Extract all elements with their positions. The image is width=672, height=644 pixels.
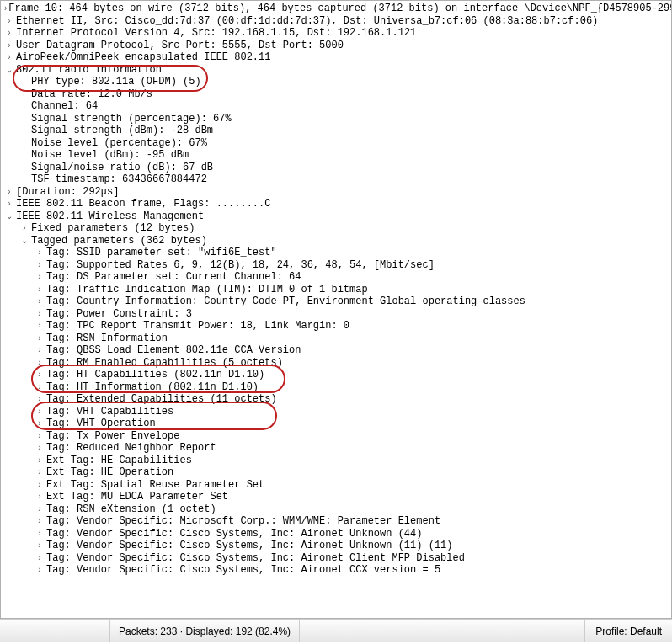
tree-row-label: Tag: HT Information (802.11n D1.10): [46, 381, 259, 394]
tree-row[interactable]: ›Tag: Reduced Neighbor Report: [1, 442, 671, 455]
expand-icon[interactable]: ›: [35, 320, 45, 333]
tree-row-label: Tag: Vendor Specific: Cisco Systems, Inc…: [46, 540, 452, 552]
expand-icon[interactable]: ›: [35, 552, 45, 565]
status-profile[interactable]: Profile: Default: [585, 625, 672, 637]
tree-row: PHY type: 802.11a (OFDM) (5): [1, 76, 671, 88]
tree-row-label: Tag: Extended Capabilities (11 octets): [46, 393, 277, 406]
expand-icon[interactable]: ›: [4, 198, 14, 210]
tree-row[interactable]: ›Tag: RSN eXtension (1 octet): [1, 503, 671, 516]
expand-icon[interactable]: ›: [4, 186, 14, 199]
tree-row[interactable]: ›Tag: Country Information: Country Code …: [1, 295, 671, 308]
expand-icon[interactable]: ›: [35, 564, 45, 577]
expand-icon[interactable]: ›: [35, 466, 45, 479]
expand-icon[interactable]: ›: [19, 222, 29, 235]
tree-row[interactable]: ›Internet Protocol Version 4, Src: 192.1…: [1, 27, 671, 40]
tree-row[interactable]: ⌄802.11 radio information: [1, 64, 671, 77]
expand-icon[interactable]: ›: [35, 308, 45, 321]
tree-row[interactable]: ›Tag: RM Enabled Capabilities (5 octets): [1, 357, 671, 370]
expand-icon[interactable]: ›: [35, 333, 45, 345]
tree-row: Signal/noise ratio (dB): 67 dB: [1, 162, 671, 174]
expand-icon[interactable]: ›: [35, 357, 45, 370]
tree-row[interactable]: ›Tag: Traffic Indication Map (TIM): DTIM…: [1, 284, 671, 296]
expand-icon[interactable]: ›: [35, 455, 45, 467]
tree-row: TSF timestamp: 63436667884472: [1, 173, 671, 186]
tree-row[interactable]: ›Tag: HT Information (802.11n D1.10): [1, 381, 671, 394]
tree-row[interactable]: ⌄IEEE 802.11 Wireless Management: [1, 210, 671, 223]
tree-row-label: Tag: Vendor Specific: Microsoft Corp.: W…: [46, 515, 440, 528]
collapse-icon[interactable]: ⌄: [4, 64, 14, 77]
tree-row[interactable]: ›Tag: VHT Capabilities: [1, 406, 671, 418]
tree-row[interactable]: ›Tag: Tx Power Envelope: [1, 430, 671, 443]
tree-row-label: User Datagram Protocol, Src Port: 5555, …: [16, 40, 344, 52]
tree-row[interactable]: ›Tag: Vendor Specific: Cisco Systems, In…: [1, 528, 671, 540]
tree-row[interactable]: ›Ext Tag: HE Operation: [1, 466, 671, 479]
packet-details-pane[interactable]: ›Frame 10: 464 bytes on wire (3712 bits)…: [0, 0, 672, 619]
expand-icon[interactable]: ›: [35, 528, 45, 540]
tree-row[interactable]: ›Ethernet II, Src: Cisco_dd:7d:37 (00:df…: [1, 15, 671, 28]
tree-row[interactable]: ›Frame 10: 464 bytes on wire (3712 bits)…: [1, 3, 671, 15]
tree-row-label: Frame 10: 464 bytes on wire (3712 bits),…: [8, 3, 672, 15]
expand-icon[interactable]: ›: [35, 393, 45, 406]
tree-row-label: Fixed parameters (12 bytes): [31, 222, 195, 235]
tree-row[interactable]: ›Tag: Power Constraint: 3: [1, 308, 671, 321]
tree-row[interactable]: ›Tag: QBSS Load Element 802.11e CCA Vers…: [1, 344, 671, 357]
tree-row[interactable]: ›Tag: VHT Operation: [1, 418, 671, 430]
tree-row[interactable]: ›Tag: Extended Capabilities (11 octets): [1, 393, 671, 406]
expand-icon[interactable]: ›: [35, 491, 45, 503]
tree-row[interactable]: ›IEEE 802.11 Beacon frame, Flags: ......…: [1, 198, 671, 210]
expand-icon[interactable]: ›: [35, 515, 45, 528]
tree-row[interactable]: ›[Duration: 292μs]: [1, 186, 671, 199]
tree-row-label: 802.11 radio information: [16, 64, 162, 77]
expand-icon[interactable]: ›: [35, 503, 45, 516]
tree-row[interactable]: ›Tag: RSN Information: [1, 333, 671, 345]
tree-row-label: Tag: Vendor Specific: Cisco Systems, Inc…: [46, 552, 465, 565]
tree-row[interactable]: ›Ext Tag: HE Capabilities: [1, 455, 671, 467]
tree-row[interactable]: ›Tag: SSID parameter set: "wifi6E_test": [1, 247, 671, 259]
tree-row-label: Tag: TPC Report Transmit Power: 18, Link…: [46, 320, 349, 333]
tree-row[interactable]: ›Tag: HT Capabilities (802.11n D1.10): [1, 369, 671, 381]
tree-row-label: Tag: HT Capabilities (802.11n D1.10): [46, 369, 264, 381]
expand-icon[interactable]: ›: [35, 259, 45, 272]
expand-icon[interactable]: ›: [35, 271, 45, 284]
collapse-icon[interactable]: ⌄: [4, 210, 14, 223]
expand-icon[interactable]: ›: [35, 284, 45, 296]
tree-row-label: Channel: 64: [31, 100, 98, 113]
expand-icon[interactable]: ›: [35, 479, 45, 492]
tree-row[interactable]: ›Tag: Vendor Specific: Cisco Systems, In…: [1, 564, 671, 577]
tree-row[interactable]: ›Fixed parameters (12 bytes): [1, 222, 671, 235]
tree-row-label: Noise level (dBm): -95 dBm: [31, 149, 189, 162]
expand-icon[interactable]: ›: [4, 15, 14, 28]
expand-icon[interactable]: ›: [35, 540, 45, 552]
expand-icon[interactable]: ›: [35, 418, 45, 430]
tree-row[interactable]: ›AiroPeek/OmniPeek encapsulated IEEE 802…: [1, 51, 671, 64]
expand-icon[interactable]: ›: [35, 381, 45, 394]
tree-row-label: Noise level (percentage): 67%: [31, 137, 207, 150]
expand-icon[interactable]: ›: [35, 295, 45, 308]
expand-icon[interactable]: ›: [4, 27, 14, 40]
tree-row-label: Tag: Vendor Specific: Cisco Systems, Inc…: [46, 564, 440, 577]
expand-icon[interactable]: ›: [4, 3, 7, 15]
tree-row[interactable]: ›User Datagram Protocol, Src Port: 5555,…: [1, 40, 671, 52]
tree-row[interactable]: ›Tag: Supported Rates 6, 9, 12(B), 18, 2…: [1, 259, 671, 272]
tree-row-label: Ethernet II, Src: Cisco_dd:7d:37 (00:df:…: [16, 15, 598, 28]
tree-row[interactable]: ›Tag: Vendor Specific: Cisco Systems, In…: [1, 552, 671, 565]
tree-row[interactable]: ›Tag: Vendor Specific: Cisco Systems, In…: [1, 540, 671, 552]
expand-icon[interactable]: ›: [35, 406, 45, 418]
expand-icon[interactable]: ›: [35, 247, 45, 259]
tree-row[interactable]: ›Ext Tag: MU EDCA Parameter Set: [1, 491, 671, 503]
tree-row[interactable]: ›Tag: TPC Report Transmit Power: 18, Lin…: [1, 320, 671, 333]
expand-icon[interactable]: ›: [4, 40, 14, 52]
tree-row-label: Tag: VHT Capabilities: [46, 406, 173, 418]
tree-row[interactable]: ›Ext Tag: Spatial Reuse Parameter Set: [1, 479, 671, 492]
expand-icon[interactable]: ›: [35, 442, 45, 455]
tree-row[interactable]: ›Tag: DS Parameter set: Current Channel:…: [1, 271, 671, 284]
expand-icon[interactable]: ›: [35, 369, 45, 381]
tree-row-label: Tag: Supported Rates 6, 9, 12(B), 18, 24…: [46, 259, 435, 272]
expand-icon[interactable]: ›: [35, 430, 45, 443]
tree-row[interactable]: ›Tag: Vendor Specific: Microsoft Corp.: …: [1, 515, 671, 528]
collapse-icon[interactable]: ⌄: [19, 235, 29, 247]
expand-icon[interactable]: ›: [4, 51, 14, 64]
tree-row[interactable]: ⌄Tagged parameters (362 bytes): [1, 235, 671, 247]
expand-icon[interactable]: ›: [35, 344, 45, 357]
tree-row: Data rate: 12.0 Mb/s: [1, 88, 671, 101]
